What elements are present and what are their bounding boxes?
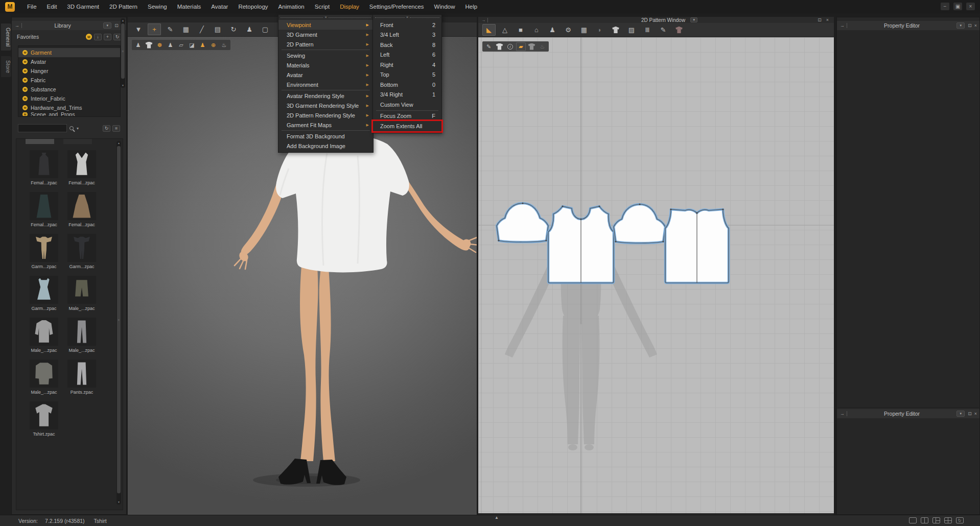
transform-pattern-tool[interactable]: ◣ [482,24,496,36]
minimize-icon[interactable]: − [941,3,949,10]
menubar-item[interactable]: Animation [273,1,310,12]
property-editor-caret-icon[interactable]: ▾ [956,411,965,417]
property-editor-popout-icon[interactable]: ⊡ [968,411,972,416]
favorites-item[interactable]: M Hanger [18,66,120,76]
menubar-item[interactable]: Avatar [206,1,233,12]
panel-collapse-icon[interactable]: → [481,18,488,22]
library-item[interactable]: Male_...zpac [67,276,96,311]
pattern-piece-sleeve-left[interactable] [497,202,548,242]
panel-collapse-icon[interactable]: → [840,411,847,416]
favorites-item[interactable]: M Fabric [18,76,120,85]
steam-icon[interactable]: ♨ [538,42,547,51]
menu-tearoff[interactable]: × [278,15,373,20]
display-menu-item[interactable]: Add Background Image [278,141,373,151]
layout-reset-icon[interactable]: ↻ [955,517,964,523]
menubar-item[interactable]: 3D Garment [62,1,104,12]
stylus-tool-icon[interactable]: ✎ [484,42,494,51]
menubar-item[interactable]: Sewing [143,1,172,12]
library-item[interactable]: Garm...zpac [30,276,58,311]
layout-two-pane-icon[interactable] [920,517,928,523]
pin-garment-icon[interactable] [495,42,504,51]
favorites-item[interactable]: M Garment [18,48,120,57]
display-menu-item[interactable]: Avatar ▶ [278,70,373,80]
rectangle-tool[interactable]: ■ [514,24,527,36]
library-item[interactable]: Tshirt.zpac [30,401,58,437]
scroll-up-icon[interactable]: ▲ [121,18,125,23]
layout-grid-icon[interactable] [944,517,952,523]
favorites-item[interactable]: M Avatar [18,57,120,66]
show-fabric-icon[interactable]: ▱ [176,41,186,50]
library-item[interactable]: Garm...zpac [67,234,96,269]
display-menu-item[interactable]: 2D Pattern Rendering Style ▶ [278,110,373,120]
property-editor-close-icon[interactable]: × [974,23,977,28]
iron-tool[interactable]: ◗ [593,24,606,36]
menubar-item[interactable]: Materials [172,1,206,12]
viewpoint-menu-item[interactable]: Left 6 [373,50,441,60]
display-menu-item[interactable]: 3D Garment ▶ [278,30,373,39]
favorites-item[interactable]: M Hardware_and_Trims [18,103,120,112]
tab-store[interactable]: Store [1,56,11,77]
library-item[interactable]: Femal...zpac [67,192,96,227]
viewpoint-menu-item[interactable]: Zoom Extents All [373,121,441,131]
menubar-item[interactable]: Retopology [233,1,273,12]
seam-allowance-tool[interactable]: ▦ [577,24,591,36]
search-options-caret-icon[interactable]: ▾ [77,126,79,131]
show-3d-garment-icon[interactable] [672,24,686,36]
favorites-scrollbar[interactable]: ▲ ≡ ▼ [121,18,125,88]
scrollbar-thumb[interactable]: ≡ [117,146,121,493]
viewpoint-menu-item[interactable]: Back 8 [373,40,441,50]
show-garment-icon[interactable] [144,41,154,50]
menubar-item[interactable]: Display [335,1,364,12]
display-menu-item[interactable]: Format 3D Background [278,131,373,141]
display-menu-item[interactable]: Avatar Rendering Style ▶ [278,91,373,101]
favorites-item[interactable]: M Substance [18,85,120,94]
refresh-library-icon[interactable]: ↻ [103,125,110,132]
viewpoint-menu-item[interactable]: Custom View [373,100,441,110]
display-menu-item[interactable]: Viewpoint ▶ [278,20,373,30]
library-item[interactable]: Femal...zpac [30,192,58,227]
library-popout-icon[interactable]: ⊡ [114,23,119,28]
scroll-down-icon[interactable]: ▼ [116,500,121,505]
menubar-item[interactable]: Window [429,1,460,12]
menubar-item[interactable]: Settings/Preferences [364,1,429,12]
select-garment-tool[interactable] [609,24,622,36]
panel-collapse-icon[interactable]: → [840,23,847,28]
show-avatar-icon[interactable]: ♟ [133,41,143,50]
show-arrangement-points-icon[interactable]: ♟ [166,41,175,50]
viewpoint-menu-item[interactable]: Focus Zoom F [373,111,441,122]
menubar-item[interactable]: File [22,1,42,12]
search-icon[interactable] [69,126,74,130]
scrollbar-thumb[interactable]: ≡ [121,23,125,79]
clipped-thumbnail-label[interactable] [63,139,92,144]
library-item[interactable]: Femal...zpac [67,150,96,185]
tab-general[interactable]: General [1,23,11,51]
menu-tearoff[interactable]: × [373,15,441,20]
layout-three-pane-icon[interactable] [932,517,940,523]
locked-garment-icon[interactable] [527,42,536,51]
display-menu-item[interactable]: Garment Fit Maps ▶ [278,120,373,130]
show-fold-icon[interactable]: ◪ [187,41,197,50]
library-item[interactable]: Male_...zpac [67,318,96,353]
favorites-item[interactable]: M Interior_Fabric [18,94,120,103]
layout-single-icon[interactable] [908,517,917,523]
clipped-thumbnail-label[interactable] [26,139,54,144]
display-menu-item[interactable]: 2D Pattern ▶ [278,39,373,49]
info-icon[interactable]: i [505,42,515,51]
property-editor-popout-icon[interactable]: ⊡ [968,23,972,28]
menubar-item[interactable]: Help [460,1,483,12]
restore-icon[interactable]: ▣ [953,3,962,10]
show-pressure-points-icon[interactable]: ♟ [198,41,207,50]
display-menu-item[interactable]: 3D Garment Rendering Style ▶ [278,101,373,110]
panel-collapse-icon[interactable]: → [15,23,22,28]
property-editor-caret-icon[interactable]: ▾ [956,22,965,29]
pattern-piece-back-bodice[interactable] [665,208,729,283]
steam-brush-icon[interactable]: ♨ [219,41,229,50]
expand-panel-icon[interactable]: ▲ [495,515,499,520]
display-menu-item[interactable]: Materials ▶ [278,60,373,70]
search-input[interactable] [18,124,67,132]
viewpoint-menu-item[interactable]: Front 2 [373,20,441,30]
viewpoint-menu-item[interactable]: Bottom 0 [373,80,441,90]
library-item[interactable]: Male_...zpac [30,360,58,395]
polygon-tool[interactable]: ⌂ [530,24,543,36]
viewpoint-menu-item[interactable]: Top 5 [373,70,441,80]
